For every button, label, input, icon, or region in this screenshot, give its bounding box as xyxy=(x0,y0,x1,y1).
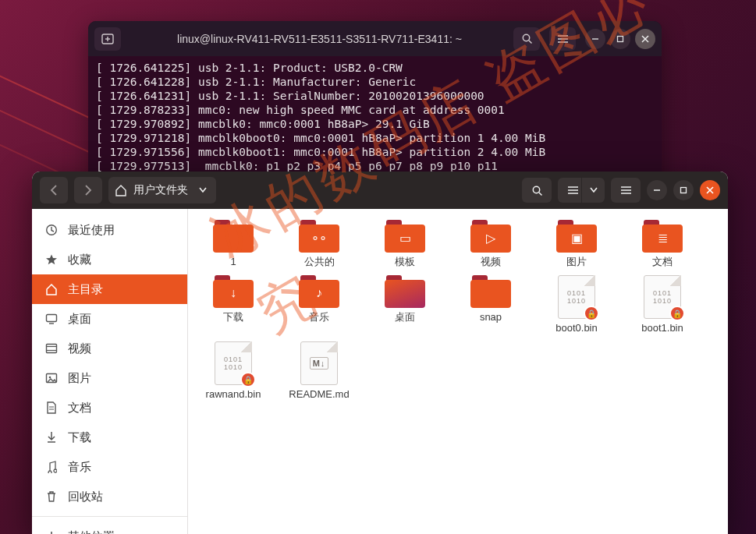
video-icon xyxy=(44,343,59,354)
grid-item[interactable]: 01011010🔒rawnand.bin xyxy=(202,341,264,400)
item-label: 音乐 xyxy=(309,311,329,323)
sidebar-item-label: 其他位置 xyxy=(68,529,115,535)
grid-item[interactable]: 桌面 xyxy=(374,275,436,334)
files-close-button[interactable] xyxy=(700,180,720,200)
chevron-down-icon xyxy=(199,187,207,193)
svg-point-31 xyxy=(49,377,51,379)
sidebar-item-label: 最近使用 xyxy=(68,223,115,238)
folder-icon: ▭ xyxy=(385,220,425,253)
svg-rect-25 xyxy=(47,315,57,322)
files-maximize-button[interactable] xyxy=(673,180,694,200)
svg-rect-9 xyxy=(618,36,623,41)
sidebar-item-desktop[interactable]: 桌面 xyxy=(32,304,187,334)
item-label: 下载 xyxy=(223,311,243,323)
nav-back-button[interactable] xyxy=(40,177,68,203)
sidebar-item-video[interactable]: 视频 xyxy=(32,334,187,363)
music-icon xyxy=(44,461,59,473)
item-label: 1 xyxy=(230,256,236,267)
files-minimize-button[interactable] xyxy=(647,180,667,200)
item-label: snap xyxy=(480,311,502,323)
nav-forward-button[interactable] xyxy=(74,177,102,203)
sidebar-item-doc[interactable]: 文档 xyxy=(32,393,187,423)
view-options-button[interactable] xyxy=(581,178,605,203)
grid-item[interactable]: ▷视频 xyxy=(460,220,522,267)
item-label: 图片 xyxy=(566,256,587,267)
sidebar-item-label: 音乐 xyxy=(68,460,91,475)
folder-icon xyxy=(213,220,254,253)
terminal-close-button[interactable] xyxy=(635,29,655,49)
grid-item[interactable]: 01011010🔒boot0.bin xyxy=(545,275,608,334)
sidebar-item-music[interactable]: 音乐 xyxy=(32,452,187,482)
folder-icon: ▣ xyxy=(556,220,597,253)
grid-item[interactable]: ∘∘公共的 xyxy=(288,220,350,267)
folder-icon: ▷ xyxy=(470,220,511,253)
grid-item[interactable]: M↓README.md xyxy=(288,341,350,400)
sidebar-item-clock[interactable]: 最近使用 xyxy=(32,215,187,245)
sidebar-item-star[interactable]: 收藏 xyxy=(32,245,187,274)
sidebar-item-other-locations[interactable]: 其他位置 xyxy=(32,522,187,534)
grid-item[interactable]: 01011010🔒boot1.bin xyxy=(631,275,694,334)
grid-item[interactable]: ♪音乐 xyxy=(288,275,350,334)
sidebar-item-label: 图片 xyxy=(68,371,91,386)
sidebar-item-image[interactable]: 图片 xyxy=(32,363,187,393)
folder-icon xyxy=(470,275,511,308)
item-label: boot1.bin xyxy=(641,322,683,334)
path-bar[interactable]: 用户文件夹 xyxy=(108,177,216,203)
grid-item[interactable]: ↓下载 xyxy=(202,275,264,334)
sidebar-item-label: 视频 xyxy=(68,341,91,356)
trash-icon xyxy=(44,490,59,503)
download-icon xyxy=(44,431,59,444)
sidebar-item-label: 回收站 xyxy=(68,490,103,504)
folder-icon: ♪ xyxy=(299,275,339,308)
binary-file-icon: 01011010🔒 xyxy=(644,275,681,319)
sidebar-item-label: 收藏 xyxy=(68,253,91,267)
item-label: boot0.bin xyxy=(555,322,598,334)
item-label: 模板 xyxy=(395,256,415,267)
files-menu-button[interactable] xyxy=(611,178,641,203)
sidebar-item-label: 文档 xyxy=(68,401,91,416)
sidebar-item-trash[interactable]: 回收站 xyxy=(32,482,187,511)
files-grid[interactable]: 1∘∘公共的▭模板▷视频▣图片≣文档↓下载♪音乐桌面snap01011010🔒b… xyxy=(188,209,728,534)
sidebar: 最近使用收藏主目录桌面视频图片文档下载音乐回收站其他位置 xyxy=(32,209,188,534)
grid-item[interactable]: ▣图片 xyxy=(545,220,608,267)
terminal-search-button[interactable] xyxy=(513,27,540,51)
folder-icon: ≣ xyxy=(642,220,683,253)
home-icon xyxy=(44,284,59,295)
lock-icon: 🔒 xyxy=(669,306,685,321)
folder-icon: ↓ xyxy=(213,275,254,308)
svg-rect-27 xyxy=(47,345,57,353)
image-icon xyxy=(44,373,59,384)
terminal-output[interactable]: [ 1726.641225] usb 2-1.1: Product: USB2.… xyxy=(88,56,662,178)
clock-icon xyxy=(44,224,59,236)
item-label: 桌面 xyxy=(395,311,415,323)
grid-item[interactable]: snap xyxy=(460,275,522,334)
item-label: 视频 xyxy=(481,256,501,267)
terminal-minimize-button[interactable] xyxy=(585,29,605,49)
star-icon xyxy=(44,253,59,266)
svg-rect-21 xyxy=(681,188,687,193)
markdown-file-icon: M↓ xyxy=(300,341,338,385)
plus-icon xyxy=(44,531,59,534)
sidebar-item-home[interactable]: 主目录 xyxy=(32,274,187,304)
sidebar-item-download[interactable]: 下载 xyxy=(32,423,187,452)
item-label: rawnand.bin xyxy=(206,388,261,400)
terminal-header: linux@linux-RV411-RV511-E3511-S3511-RV71… xyxy=(88,21,662,56)
home-icon xyxy=(115,185,127,196)
desktop-icon xyxy=(44,313,59,324)
terminal-menu-button[interactable] xyxy=(549,27,576,51)
svg-point-3 xyxy=(523,34,529,41)
file-manager-header: 用户文件夹 xyxy=(32,172,728,209)
folder-icon xyxy=(385,275,425,308)
svg-line-4 xyxy=(529,41,532,44)
grid-item[interactable]: 1 xyxy=(202,220,264,267)
binary-file-icon: 01011010🔒 xyxy=(558,275,595,319)
terminal-maximize-button[interactable] xyxy=(610,29,630,49)
grid-item[interactable]: ▭模板 xyxy=(374,220,436,267)
files-search-button[interactable] xyxy=(522,178,552,203)
sidebar-item-label: 桌面 xyxy=(68,312,91,327)
sidebar-item-label: 主目录 xyxy=(68,282,103,297)
item-label: README.md xyxy=(289,388,349,400)
new-tab-button[interactable] xyxy=(94,27,121,51)
lock-icon: 🔒 xyxy=(584,306,599,321)
grid-item[interactable]: ≣文档 xyxy=(631,220,694,267)
